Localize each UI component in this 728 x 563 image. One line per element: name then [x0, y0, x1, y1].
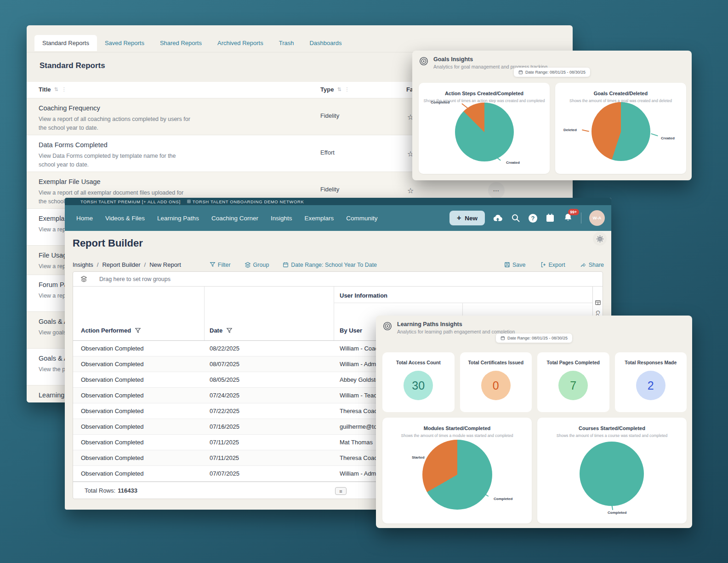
stat-value: 30	[404, 371, 433, 400]
date-range-pill[interactable]: Date Range: 08/01/25 - 08/30/25	[514, 68, 590, 77]
help-icon[interactable]: ?	[529, 214, 537, 223]
tab-archived-reports[interactable]: Archived Reports	[210, 35, 271, 51]
group-button[interactable]: Group	[245, 262, 269, 268]
report-title[interactable]: Coaching Frequency	[39, 104, 100, 112]
pie-chart-modules	[422, 440, 492, 510]
report-title[interactable]: Goals & A	[39, 355, 68, 362]
column-header-title[interactable]: Title ⇅ ⋮	[39, 86, 67, 93]
breadcrumb-toolbar-row: Insights / Report Builder / New Report F…	[73, 261, 604, 268]
pie-label-completed: Completed	[431, 100, 449, 104]
share-button[interactable]: Share	[580, 262, 604, 268]
report-description: View Data Forms completed by template na…	[39, 152, 190, 170]
nav-home[interactable]: Home	[76, 215, 93, 222]
nav-videos-files[interactable]: Videos & Files	[105, 215, 145, 222]
breadcrumb-insights[interactable]: Insights	[73, 261, 93, 268]
stat-label: Total Responses Made	[615, 360, 687, 365]
breadcrumb-report-builder[interactable]: Report Builder	[102, 261, 140, 268]
favorite-star-icon[interactable]: ☆	[407, 186, 414, 195]
group-header-user-information: User Information	[340, 292, 387, 299]
breadcrumb-separator: /	[144, 261, 146, 268]
column-menu-icon[interactable]: ⋮	[345, 86, 350, 92]
report-title[interactable]: Goals & A	[39, 318, 68, 325]
report-title[interactable]: Data Forms Completed	[39, 141, 108, 149]
funnel-icon[interactable]	[135, 327, 141, 334]
target-icon	[382, 321, 392, 331]
column-header-by-user[interactable]: By User	[340, 327, 362, 334]
report-type: Fidelity	[320, 186, 339, 193]
tab-shared-reports[interactable]: Shared Reports	[152, 35, 210, 51]
report-type: Fidelity	[320, 112, 339, 119]
save-button[interactable]: Save	[504, 262, 526, 268]
calendar-icon[interactable]	[545, 213, 555, 223]
network-grid-icon	[187, 200, 191, 203]
chart-subtitle: Shows the amount of times a course was s…	[537, 433, 687, 438]
column-menu-icon[interactable]: ⋮	[62, 86, 67, 92]
desktop: { "colors": { "teal": "#4db6a5", "orange…	[0, 0, 728, 563]
pie-chart-goals	[592, 102, 650, 161]
footer-menu-button[interactable]: ≡	[335, 487, 347, 495]
new-button[interactable]: + New	[449, 211, 485, 225]
row-group-drop-zone[interactable]: Drag here to set row groups	[73, 272, 603, 287]
chart-card-courses: Courses Started/Completed Shows the amou…	[537, 418, 687, 523]
calendar-icon	[283, 262, 289, 268]
chart-title: Courses Started/Completed	[537, 425, 687, 431]
reports-tab-bar: Standard Reports Saved Reports Shared Re…	[34, 35, 350, 51]
breadcrumb-new-report[interactable]: New Report	[149, 261, 181, 268]
column-header-action-performed[interactable]: Action Performed	[81, 327, 141, 334]
tab-saved-reports[interactable]: Saved Reports	[97, 35, 152, 51]
network-top-bar: TORSH TALENT PREMIUM [+ ALL ADD ONS] TOR…	[65, 198, 611, 205]
date-range-button[interactable]: Date Range: School Year To Date	[283, 262, 377, 268]
stat-card-access-count: Total Access Count 30	[382, 352, 455, 412]
date-range-label: Date Range: 08/01/25 - 08/30/25	[507, 336, 568, 340]
avatar[interactable]: W-A	[589, 210, 605, 226]
share-icon	[580, 262, 586, 268]
chart-subtitle: Shows the amount of times a module was s…	[382, 433, 532, 438]
report-title[interactable]: Exemplar File Usage	[39, 178, 101, 185]
tab-trash[interactable]: Trash	[271, 35, 302, 51]
funnel-icon[interactable]	[226, 327, 233, 334]
stat-card-responses: Total Responses Made 2	[615, 352, 687, 412]
label-leader-line	[651, 133, 658, 137]
notification-badge: 99+	[568, 209, 579, 215]
column-header-type[interactable]: Type ⇅ ⋮	[320, 86, 350, 93]
stat-value: 7	[558, 371, 588, 400]
upload-cloud-icon[interactable]	[493, 213, 503, 223]
export-button[interactable]: Export	[540, 262, 565, 268]
report-type: Effort	[320, 149, 335, 156]
export-icon	[540, 262, 546, 268]
total-rows-value: 116433	[118, 487, 137, 494]
pie-label-completed: Completed	[608, 511, 626, 515]
column-header-date[interactable]: Date	[210, 327, 233, 334]
search-icon[interactable]	[511, 213, 521, 223]
row-actions-ellipsis-button[interactable]: ⋯	[488, 182, 505, 199]
goals-insights-panel: Goals Insights Analytics for goal manage…	[412, 51, 692, 180]
tab-standard-reports[interactable]: Standard Reports	[34, 35, 97, 51]
learning-paths-header: Learning Paths Insights Analytics for le…	[382, 321, 515, 334]
nav-exemplars[interactable]: Exemplars	[304, 215, 334, 222]
report-title[interactable]: Exemplar	[39, 215, 67, 222]
sort-icon[interactable]: ⇅	[337, 86, 341, 92]
report-title[interactable]: Forum Pa	[39, 281, 68, 288]
tab-dashboards[interactable]: Dashboards	[301, 35, 349, 51]
filter-button[interactable]: Filter	[210, 262, 231, 268]
nav-coaching-corner[interactable]: Coaching Corner	[211, 215, 258, 222]
nav-insights[interactable]: Insights	[271, 215, 292, 222]
notifications-bell-icon[interactable]: 99+	[563, 213, 573, 224]
settings-gear-icon[interactable]	[593, 232, 607, 246]
sort-icon[interactable]: ⇅	[54, 86, 58, 92]
date-range-pill[interactable]: Date Range: 08/01/25 - 08/30/25	[496, 333, 572, 343]
premium-label: TORSH TALENT PREMIUM [+ ALL ADD ONS]	[80, 199, 181, 204]
nav-community[interactable]: Community	[346, 215, 377, 222]
divider	[581, 213, 581, 224]
report-title[interactable]: Learning	[39, 391, 64, 399]
calendar-icon	[500, 336, 505, 340]
breadcrumb-separator: /	[97, 261, 99, 268]
column-divider	[204, 287, 205, 341]
plus-icon: +	[457, 214, 461, 222]
chart-cards-row: Modules Started/Completed Shows the amou…	[382, 418, 687, 523]
nav-learning-paths[interactable]: Learning Paths	[157, 215, 199, 222]
stat-cards-row: Total Access Count 30 Total Certificates…	[382, 352, 687, 412]
chart-card-goals: Goals Created/Deleted Shows the amount o…	[555, 83, 686, 174]
label-leader-line	[461, 103, 468, 108]
chart-title: Goals Created/Deleted	[555, 91, 686, 96]
